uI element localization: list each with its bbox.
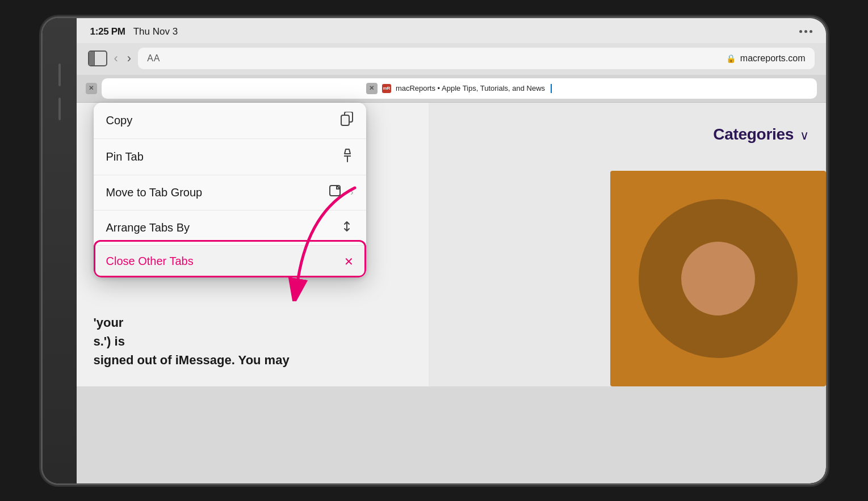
copy-icon: [340, 112, 354, 129]
pin-icon: [341, 148, 354, 166]
device-frame: 1:25 PM Thu Nov 3 ‹ › AA 🔒 macreports.co…: [43, 18, 826, 483]
status-dot-1: [799, 30, 802, 33]
categories-label: Categories: [713, 125, 794, 143]
status-bar: 1:25 PM Thu Nov 3: [77, 18, 826, 43]
sidebar-toggle-icon[interactable]: [88, 50, 107, 66]
active-tab[interactable]: ✕ mR macReports • Apple Tips, Tutorials,…: [102, 78, 817, 99]
menu-item-close-label: Close Other Tabs: [106, 255, 194, 268]
tab-title: macReports • Apple Tips, Tutorials, and …: [396, 84, 545, 92]
tab-bar: ✕ ✕ mR macReports • Apple Tips, Tutorial…: [77, 75, 826, 103]
status-date: Thu Nov 3: [133, 26, 178, 37]
body-text: 'your s.') is signed out of iMessage. Yo…: [94, 314, 798, 369]
content-area: Copy Pin Tab: [77, 103, 826, 386]
side-button-1: [58, 64, 61, 86]
menu-item-pin-label: Pin Tab: [106, 150, 144, 163]
lock-icon: 🔒: [726, 54, 736, 63]
screen: 1:25 PM Thu Nov 3 ‹ › AA 🔒 macreports.co…: [77, 18, 826, 483]
menu-item-copy[interactable]: Copy: [94, 103, 366, 139]
favicon-text: mR: [383, 86, 390, 91]
sidebar-left: [89, 52, 95, 65]
text-cursor: [551, 84, 552, 93]
side-button-2: [58, 98, 61, 120]
status-dot-3: [810, 30, 812, 33]
status-dot-2: [804, 30, 807, 33]
categories-header: Categories ∨: [446, 114, 809, 155]
device-side-bar: [43, 18, 77, 483]
nav-buttons: ‹ ›: [114, 51, 132, 66]
menu-item-copy-label: Copy: [106, 114, 133, 127]
menu-item-pin-tab[interactable]: Pin Tab: [94, 139, 366, 175]
menu-item-move-label: Move to Tab Group: [106, 186, 203, 199]
arrow-annotation: [264, 176, 378, 301]
back-button[interactable]: ‹: [114, 51, 118, 66]
body-text-line3: signed out of iMessage. You may: [94, 352, 798, 369]
status-time: 1:25 PM: [90, 26, 125, 37]
body-text-line1: 'your: [94, 314, 798, 332]
body-text-line2: s.') is: [94, 333, 798, 351]
menu-item-arrange-label: Arrange Tabs By: [106, 221, 190, 234]
svg-rect-1: [341, 115, 349, 125]
status-dots: [799, 30, 812, 33]
sidebar-right: [95, 52, 106, 65]
forward-button[interactable]: ›: [127, 51, 131, 66]
browser-chrome: ‹ › AA 🔒 macreports.com: [77, 43, 826, 75]
tab-close-small[interactable]: ✕: [86, 83, 97, 94]
address-bar[interactable]: AA 🔒 macreports.com: [138, 48, 814, 69]
url-display: macreports.com: [740, 53, 806, 64]
reader-view-button[interactable]: AA: [147, 53, 160, 64]
thumbnail-circle-inner: [681, 242, 755, 315]
categories-chevron-icon: ∨: [800, 128, 809, 142]
tab-favicon: mR: [382, 84, 391, 93]
tab-close-btn[interactable]: ✕: [366, 83, 378, 94]
